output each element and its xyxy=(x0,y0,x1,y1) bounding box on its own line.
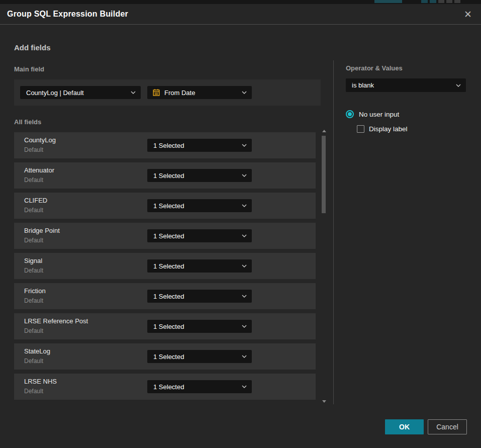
field-selection-dropdown[interactable]: 1 Selected xyxy=(147,169,252,182)
dialog-header: Group SQL Expression Builder ✕ xyxy=(0,4,481,25)
background-fragment xyxy=(430,0,436,3)
selection-dropdown-value: 1 Selected xyxy=(147,202,242,210)
field-name: Attenuator xyxy=(24,166,54,174)
field-row: LRSE NHS Default 1 Selected xyxy=(14,374,316,400)
background-fragment xyxy=(446,0,452,3)
scrollbar-thumb[interactable] xyxy=(322,136,326,213)
field-row: Bridge Point Default 1 Selected xyxy=(14,223,316,249)
selection-dropdown-value: 1 Selected xyxy=(147,293,242,300)
background-fragment xyxy=(374,0,402,3)
source-dropdown-value: CountyLog | Default xyxy=(20,89,131,97)
chevron-down-icon xyxy=(242,144,247,147)
field-subtitle: Default xyxy=(24,357,43,365)
field-subtitle: Default xyxy=(24,297,43,304)
chevron-down-icon xyxy=(242,295,247,298)
selection-dropdown-value: 1 Selected xyxy=(147,353,242,361)
all-fields-label: All fields xyxy=(14,118,41,126)
field-name: CountyLog xyxy=(24,136,56,144)
group-sql-expression-builder-dialog: Group SQL Expression Builder ✕ Add field… xyxy=(0,4,481,448)
field-row: StateLog Default 1 Selected xyxy=(14,343,316,370)
operator-values-heading: Operator & Values xyxy=(346,64,403,72)
field-row: CountyLog Default 1 Selected xyxy=(14,132,316,158)
operator-dropdown[interactable]: is blank xyxy=(346,78,466,92)
field-subtitle: Default xyxy=(24,176,43,184)
operator-dropdown-value: is blank xyxy=(346,81,456,89)
field-name: Friction xyxy=(24,287,46,295)
panel-divider xyxy=(333,60,334,404)
field-subtitle: Default xyxy=(24,237,43,244)
field-name: Signal xyxy=(24,257,42,264)
field-subtitle: Default xyxy=(24,327,43,334)
chevron-down-icon xyxy=(456,84,461,87)
field-name: Bridge Point xyxy=(24,227,60,234)
selection-dropdown-value: 1 Selected xyxy=(147,232,242,240)
scrollbar-up-arrow-icon[interactable] xyxy=(322,130,326,132)
field-selection-dropdown[interactable]: 1 Selected xyxy=(147,350,252,363)
no-user-input-label: No user input xyxy=(359,111,399,118)
field-name: StateLog xyxy=(24,347,50,355)
background-fragment xyxy=(421,0,428,3)
field-subtitle: Default xyxy=(24,267,43,274)
selection-dropdown-value: 1 Selected xyxy=(147,383,242,391)
field-row: Signal Default 1 Selected xyxy=(14,253,316,279)
field-name: LRSE NHS xyxy=(24,378,57,385)
field-dropdown-value: From Date xyxy=(159,89,242,97)
selection-dropdown-value: 1 Selected xyxy=(147,172,242,180)
field-subtitle: Default xyxy=(24,207,43,214)
chevron-down-icon xyxy=(131,91,136,94)
chevron-down-icon xyxy=(242,325,247,328)
main-field-field-dropdown[interactable]: From Date xyxy=(147,86,252,99)
display-label-text: Display label xyxy=(369,125,408,133)
background-app-strip xyxy=(0,0,481,4)
selection-dropdown-value: 1 Selected xyxy=(147,323,242,330)
chevron-down-icon xyxy=(242,264,247,267)
field-selection-dropdown[interactable]: 1 Selected xyxy=(147,199,252,212)
field-selection-dropdown[interactable]: 1 Selected xyxy=(147,139,252,152)
field-row: Friction Default 1 Selected xyxy=(14,283,316,309)
close-icon[interactable]: ✕ xyxy=(461,8,474,21)
cancel-button[interactable]: Cancel xyxy=(428,419,467,434)
field-selection-dropdown[interactable]: 1 Selected xyxy=(147,290,252,303)
field-subtitle: Default xyxy=(24,146,43,153)
selection-dropdown-value: 1 Selected xyxy=(147,262,242,270)
field-name: LRSE Reference Post xyxy=(24,317,88,325)
selection-dropdown-value: 1 Selected xyxy=(147,142,242,149)
field-name: CLIFED xyxy=(24,197,47,204)
field-selection-dropdown[interactable]: 1 Selected xyxy=(147,380,252,393)
field-selection-dropdown[interactable]: 1 Selected xyxy=(147,320,252,333)
field-subtitle: Default xyxy=(24,388,43,395)
add-fields-heading: Add fields xyxy=(14,43,51,52)
main-field-panel: CountyLog | Default From Date xyxy=(14,79,321,106)
scrollbar-down-arrow-icon[interactable] xyxy=(322,400,326,403)
ok-button[interactable]: OK xyxy=(385,419,424,434)
field-row: Attenuator Default 1 Selected xyxy=(14,162,316,189)
main-field-label: Main field xyxy=(14,65,44,73)
field-row: CLIFED Default 1 Selected xyxy=(14,193,316,219)
chevron-down-icon xyxy=(242,385,247,388)
field-selection-dropdown[interactable]: 1 Selected xyxy=(147,229,252,242)
checkbox-unchecked-icon[interactable] xyxy=(357,125,364,133)
background-fragment xyxy=(454,0,460,3)
field-selection-dropdown[interactable]: 1 Selected xyxy=(147,259,252,273)
background-fragment xyxy=(438,0,444,3)
chevron-down-icon xyxy=(242,174,247,177)
dialog-title: Group SQL Expression Builder xyxy=(7,10,128,19)
field-row: LRSE Reference Post Default 1 Selected xyxy=(14,313,316,339)
chevron-down-icon xyxy=(242,91,247,94)
chevron-down-icon xyxy=(242,204,247,207)
chevron-down-icon xyxy=(242,355,247,358)
chevron-down-icon xyxy=(242,234,247,237)
main-field-source-dropdown[interactable]: CountyLog | Default xyxy=(20,86,141,99)
radio-selected-icon[interactable] xyxy=(346,110,354,118)
